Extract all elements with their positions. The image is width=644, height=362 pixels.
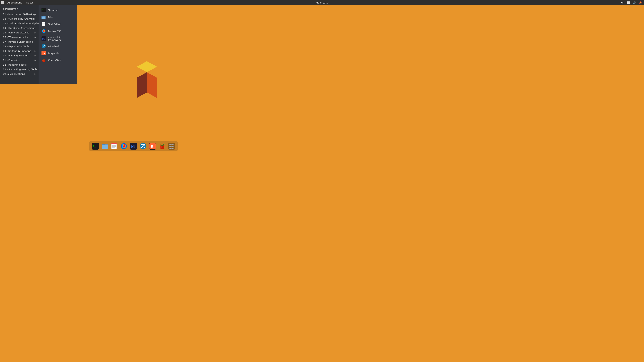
menu-item-02[interactable]: 02 - Vulnerability Analysis ▶ (0, 17, 38, 21)
menu-item-06-label: 06 - Wireless Attacks (3, 36, 28, 39)
menu-item-04[interactable]: 04 - Database Assessment (0, 26, 38, 30)
app-menu: Favorites 01 - Information Gathering ▶ 0… (0, 5, 77, 84)
menu-item-12-label: 12 - Reporting Tools (3, 63, 26, 66)
menu-item-11-label: 11 - Forensics (3, 59, 20, 62)
menu-item-04-label: 04 - Database Assessment (3, 27, 35, 30)
app-item-wireshark[interactable]: wireshark (38, 43, 77, 50)
menu-item-01[interactable]: 01 - Information Gathering ▶ (0, 12, 38, 17)
dock-wireshark[interactable] (139, 142, 147, 150)
burpsuite-label: burpsuite (48, 52, 60, 55)
svg-rect-58 (174, 146, 174, 147)
svg-text:M: M (131, 144, 135, 149)
menu-item-08[interactable]: 08 - Exploitation Tools (0, 44, 38, 49)
svg-rect-38 (112, 143, 116, 144)
menu-item-09[interactable]: 09 - Sniffing & Spoofing ▶ (0, 49, 38, 53)
svg-text:B: B (151, 144, 153, 148)
arrow-icon-02: ▶ (34, 18, 36, 20)
taskbar: Applications Places Aug 8 17:14 en ⬜ 🔊 🔕 (0, 0, 267, 5)
svg-rect-55 (174, 144, 174, 145)
dock-firefox[interactable] (120, 142, 128, 150)
files-app-icon (42, 15, 46, 19)
menu-item-10-label: 10 - Post Exploitation (3, 54, 28, 57)
app-item-metasploit[interactable]: M metasploit framework (38, 35, 77, 43)
menu-item-11[interactable]: 11 - Forensics ▶ (0, 58, 38, 63)
menu-item-03-label: 03 - Web Application Analysis (3, 22, 38, 25)
menu-left-panel: Favorites 01 - Information Gathering ▶ 0… (0, 5, 38, 84)
svg-rect-7 (2, 3, 3, 4)
app-item-terminal[interactable]: $_ Terminal (38, 7, 77, 14)
arrow-icon-05: ▶ (34, 32, 36, 34)
menu-item-ua[interactable]: Usual Applications ▶ (0, 72, 38, 76)
svg-rect-4 (2, 2, 3, 3)
cherrytree-app-icon (42, 58, 46, 62)
menu-item-05[interactable]: 05 - Password Attacks ▶ (0, 30, 38, 35)
svg-text:$_: $_ (42, 9, 44, 12)
metasploit-label: metasploit framework (48, 36, 74, 41)
menu-item-06[interactable]: 06 - Wireless Attacks ▶ (0, 35, 38, 40)
app-item-files[interactable]: Files (38, 14, 77, 21)
menu-item-13[interactable]: 13 - Social Engineering Tools (0, 67, 38, 72)
taskbar-left: Applications Places (0, 0, 36, 5)
dock-terminal[interactable]: $_ (91, 142, 100, 150)
svg-rect-5 (3, 2, 4, 3)
svg-rect-1 (2, 1, 3, 2)
svg-rect-2 (3, 1, 4, 2)
menu-item-13-label: 13 - Social Engineering Tools (3, 68, 37, 71)
desktop: Favorites 01 - Information Gathering ▶ 0… (0, 5, 267, 152)
arrow-icon-11: ▶ (34, 59, 36, 61)
arrow-icon-10: ▶ (34, 55, 36, 57)
svg-marker-11 (137, 61, 157, 72)
svg-text:$_: $_ (93, 145, 96, 148)
applications-menu-button[interactable]: Applications (6, 0, 24, 5)
menu-item-07-label: 07 - Reverse Engineering (3, 41, 33, 43)
metasploit-app-icon: M (42, 36, 46, 41)
texteditor-label: Text Editor (48, 23, 61, 26)
places-menu-button[interactable]: Places (24, 0, 35, 5)
menu-item-07[interactable]: 07 - Reverse Engineering (0, 40, 38, 44)
dock-cherrytree[interactable] (158, 142, 166, 150)
svg-rect-54 (172, 144, 173, 145)
wireshark-app-icon (42, 44, 46, 48)
dock-texteditor[interactable] (110, 142, 118, 150)
svg-rect-59 (170, 148, 171, 149)
arrow-icon-06: ▶ (34, 36, 36, 38)
app-item-texteditor[interactable]: Text Editor (38, 21, 77, 28)
menu-item-02-label: 02 - Vulnerability Analysis (3, 18, 34, 20)
dock: $_ (89, 141, 178, 151)
svg-rect-36 (102, 145, 108, 149)
menu-item-01-label: 01 - Information Gathering (3, 13, 35, 16)
firefox-label: Firefox ESR (48, 30, 62, 33)
dock-metasploit[interactable]: M (129, 142, 138, 150)
svg-rect-18 (42, 22, 45, 26)
firefox-app-icon (42, 29, 46, 33)
arrow-icon-09: ▶ (34, 50, 36, 52)
svg-rect-16 (42, 17, 45, 19)
menu-item-03[interactable]: 03 - Web Application Analysis ▶ (0, 21, 38, 26)
svg-rect-28 (43, 52, 44, 53)
svg-rect-29 (43, 53, 44, 54)
svg-rect-56 (170, 146, 171, 147)
arrow-icon-ua: ▶ (34, 73, 36, 75)
svg-text:M: M (42, 37, 44, 40)
app-item-firefox[interactable]: Firefox ESR (38, 28, 77, 35)
svg-rect-60 (172, 148, 173, 149)
menu-item-10[interactable]: 10 - Post Exploitation ▶ (0, 53, 38, 58)
menu-item-05-label: 05 - Password Attacks (3, 31, 29, 34)
svg-rect-6 (1, 3, 2, 4)
cherrytree-label: CherryTree (48, 59, 61, 62)
svg-rect-0 (1, 1, 2, 2)
dock-files[interactable] (100, 142, 109, 150)
app-item-burpsuite[interactable]: burpsuite (38, 50, 77, 57)
dock-burpsuite[interactable]: B (148, 142, 157, 150)
burpsuite-app-icon (42, 51, 46, 55)
dock-appgrid[interactable] (168, 142, 176, 150)
menu-item-ua-label: Usual Applications (3, 73, 25, 75)
apps-grid-button[interactable] (0, 0, 5, 5)
app-item-cherrytree[interactable]: CherryTree (38, 57, 77, 64)
svg-rect-57 (172, 146, 173, 147)
svg-rect-8 (3, 3, 4, 4)
svg-marker-9 (137, 72, 147, 98)
wireshark-label: wireshark (48, 45, 60, 48)
menu-item-12[interactable]: 12 - Reporting Tools (0, 63, 38, 67)
menu-item-08-label: 08 - Exploitation Tools (3, 45, 29, 48)
